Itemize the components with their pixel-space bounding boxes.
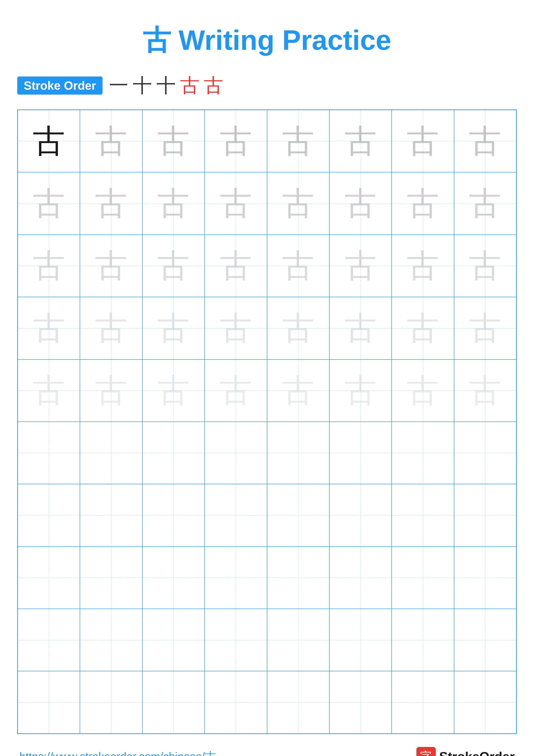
grid-cell[interactable] bbox=[392, 484, 454, 546]
grid-cell[interactable]: 古 bbox=[392, 297, 454, 359]
grid-cell[interactable] bbox=[267, 422, 329, 484]
grid-cell[interactable]: 古 bbox=[392, 110, 454, 172]
grid-cell[interactable] bbox=[142, 484, 205, 546]
grid-cell[interactable]: 古 bbox=[454, 235, 516, 297]
grid-cell[interactable]: 古 bbox=[142, 235, 205, 297]
grid-cell[interactable] bbox=[329, 547, 392, 609]
grid-cell[interactable]: 古 bbox=[454, 172, 516, 234]
grid-cell[interactable] bbox=[18, 671, 80, 733]
grid-cell[interactable] bbox=[329, 484, 392, 546]
grid-cell[interactable]: 古 bbox=[392, 235, 454, 297]
grid-cell[interactable] bbox=[454, 671, 516, 733]
grid-cell[interactable] bbox=[18, 547, 80, 609]
grid-cell[interactable] bbox=[454, 609, 516, 671]
grid-cell[interactable]: 古 bbox=[392, 360, 454, 422]
grid-cell[interactable] bbox=[392, 609, 454, 671]
grid-cell[interactable]: 古 bbox=[205, 235, 267, 297]
grid-cell[interactable] bbox=[267, 609, 329, 671]
grid-cell[interactable] bbox=[80, 671, 142, 733]
grid-cell[interactable]: 古 bbox=[18, 297, 80, 359]
grid-cell[interactable] bbox=[392, 422, 454, 484]
grid-cell[interactable] bbox=[205, 671, 267, 733]
practice-char: 古 bbox=[469, 250, 501, 282]
grid-cell[interactable]: 古 bbox=[392, 172, 454, 234]
grid-cell[interactable] bbox=[267, 484, 329, 546]
grid-cell[interactable]: 古 bbox=[205, 172, 267, 234]
grid-cell[interactable]: 古 bbox=[80, 235, 142, 297]
grid-cell[interactable]: 古 bbox=[80, 110, 142, 172]
grid-cell[interactable]: 古 bbox=[18, 235, 80, 297]
grid-cell[interactable] bbox=[18, 422, 80, 484]
grid-cell[interactable] bbox=[205, 422, 267, 484]
grid-cell[interactable] bbox=[392, 671, 454, 733]
practice-char: 古 bbox=[344, 374, 377, 407]
grid-cell[interactable] bbox=[329, 671, 392, 733]
grid-cell[interactable]: 古 bbox=[329, 360, 392, 422]
grid-cell[interactable] bbox=[267, 671, 329, 733]
practice-char: 古 bbox=[33, 250, 65, 282]
practice-char: 古 bbox=[220, 187, 252, 220]
grid-cell[interactable]: 古 bbox=[267, 235, 329, 297]
title-label: Writing Practice bbox=[179, 24, 391, 56]
practice-char: 古 bbox=[220, 312, 252, 344]
practice-char: 古 bbox=[95, 187, 127, 220]
grid-cell[interactable] bbox=[80, 547, 142, 609]
grid-cell[interactable] bbox=[80, 609, 142, 671]
grid-cell[interactable]: 古 bbox=[205, 297, 267, 359]
grid-cell[interactable] bbox=[142, 547, 205, 609]
grid-cell[interactable]: 古 bbox=[142, 172, 205, 234]
grid-cell[interactable]: 古 bbox=[80, 360, 142, 422]
practice-char: 古 bbox=[469, 374, 501, 407]
practice-char: 古 bbox=[95, 125, 127, 157]
grid-cell[interactable]: 古 bbox=[267, 297, 329, 359]
grid-cell[interactable]: 古 bbox=[18, 110, 80, 172]
grid-cell[interactable] bbox=[392, 547, 454, 609]
stroke-order-sequence: 一十十古古 bbox=[109, 72, 227, 99]
grid-cell[interactable] bbox=[142, 671, 205, 733]
grid-cell[interactable]: 古 bbox=[205, 360, 267, 422]
practice-char: 古 bbox=[33, 374, 65, 407]
grid-cell[interactable]: 古 bbox=[329, 235, 392, 297]
practice-char: 古 bbox=[157, 374, 190, 407]
grid-cell[interactable] bbox=[80, 484, 142, 546]
grid-cell[interactable]: 古 bbox=[329, 297, 392, 359]
grid-cell[interactable]: 古 bbox=[142, 110, 205, 172]
grid-cell[interactable]: 古 bbox=[267, 172, 329, 234]
practice-char: 古 bbox=[282, 250, 314, 282]
grid-cell[interactable]: 古 bbox=[80, 297, 142, 359]
grid-cell[interactable]: 古 bbox=[18, 172, 80, 234]
grid-cell[interactable] bbox=[454, 547, 516, 609]
grid-cell[interactable]: 古 bbox=[80, 172, 142, 234]
grid-cell[interactable]: 古 bbox=[18, 360, 80, 422]
grid-cell[interactable] bbox=[329, 422, 392, 484]
grid-cell[interactable]: 古 bbox=[329, 110, 392, 172]
practice-char: 古 bbox=[220, 250, 252, 282]
grid-cell[interactable] bbox=[454, 484, 516, 546]
grid-cell[interactable]: 古 bbox=[329, 172, 392, 234]
grid-cell[interactable] bbox=[18, 609, 80, 671]
grid-cell[interactable]: 古 bbox=[454, 110, 516, 172]
practice-char: 古 bbox=[157, 187, 190, 220]
grid-cell[interactable] bbox=[267, 547, 329, 609]
grid-cell[interactable] bbox=[142, 609, 205, 671]
brand-name: StrokeOrder bbox=[439, 749, 515, 756]
practice-char: 古 bbox=[220, 125, 252, 157]
grid-cell[interactable] bbox=[205, 484, 267, 546]
grid-cell[interactable] bbox=[142, 422, 205, 484]
grid-cell[interactable]: 古 bbox=[454, 297, 516, 359]
grid-cell[interactable]: 古 bbox=[142, 297, 205, 359]
grid-cell[interactable] bbox=[205, 609, 267, 671]
practice-char: 古 bbox=[344, 125, 377, 157]
grid-cell[interactable]: 古 bbox=[205, 110, 267, 172]
grid-cell[interactable]: 古 bbox=[267, 360, 329, 422]
grid-cell[interactable] bbox=[454, 422, 516, 484]
grid-cell[interactable]: 古 bbox=[267, 110, 329, 172]
grid-cell[interactable] bbox=[329, 609, 392, 671]
grid-cell[interactable] bbox=[80, 422, 142, 484]
grid-cell[interactable] bbox=[18, 484, 80, 546]
practice-char: 古 bbox=[344, 187, 377, 220]
grid-cell[interactable]: 古 bbox=[142, 360, 205, 422]
grid-cell[interactable]: 古 bbox=[454, 360, 516, 422]
footer-url-link[interactable]: https://www.strokeorder.com/chinese/古 bbox=[19, 749, 216, 756]
grid-cell[interactable] bbox=[205, 547, 267, 609]
